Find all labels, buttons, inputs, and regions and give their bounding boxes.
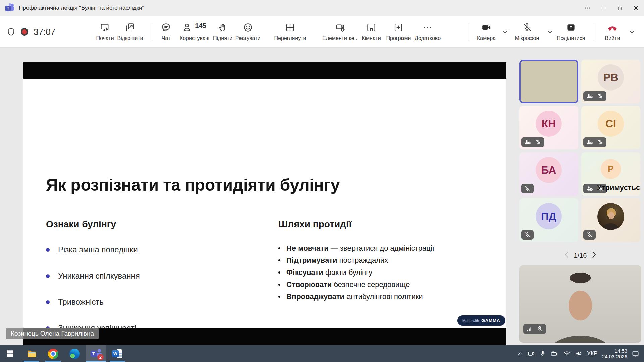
pager-label: 1/16 (574, 252, 587, 259)
window-title: Профілактична лекція "Булінг та його нас… (19, 5, 144, 11)
speaker-video-placeholder (521, 61, 577, 102)
participant-tile[interactable]: СІ ? (581, 106, 640, 149)
taskbar-explorer-button[interactable] (21, 345, 42, 362)
react-button[interactable]: Реагувати (229, 22, 266, 41)
react-smiley-icon (243, 22, 253, 33)
tray-notification-button[interactable] (632, 350, 639, 357)
share-button[interactable]: Поділитися (552, 22, 589, 41)
running-indicator (24, 361, 39, 362)
taskbar-word-button[interactable]: W (107, 345, 127, 362)
participant-tile[interactable]: КН ! (519, 106, 578, 149)
mic-options-chevron[interactable] (547, 29, 553, 35)
chevron-left-icon (564, 251, 569, 258)
participants-panel: РВ ? КН ! СІ ? (517, 48, 644, 345)
battery-icon (550, 350, 558, 357)
meeting-timer: 37:07 (34, 27, 55, 37)
svg-text:?: ? (590, 188, 592, 191)
raise-hand-icon (218, 22, 227, 33)
more-options-button[interactable]: Додатково (409, 22, 446, 41)
mic-off-icon (537, 326, 543, 332)
title-bar: T Профілактична лекція "Булінг та його н… (0, 0, 644, 16)
leave-button[interactable]: Вийти (594, 22, 631, 41)
taskbar-teams-button[interactable]: T 2 (86, 345, 106, 362)
taskbar-chrome-button[interactable] (43, 345, 63, 362)
view-button[interactable]: Переглянути (272, 22, 309, 41)
notification-badge: 2 (97, 354, 104, 360)
pager-prev-button[interactable] (564, 251, 569, 259)
participant-tile-active-speaker[interactable] (519, 60, 578, 103)
window-more-button[interactable] (580, 0, 596, 16)
participant-tile[interactable]: РВ ? (581, 60, 640, 103)
clock[interactable]: 14:53 24.03.2026 (602, 348, 627, 359)
avatar: СІ (598, 111, 624, 137)
windows-logo-icon (6, 349, 14, 358)
shield-icon (7, 27, 15, 36)
pager-next-button[interactable] (592, 251, 596, 259)
participant-tile[interactable]: БА (519, 152, 578, 196)
system-tray: УКР 14:53 24.03.2026 (517, 348, 644, 359)
avatar-photo (597, 203, 624, 230)
status-pill (521, 184, 534, 193)
list-item: Не мовчати — звертатися до адміністрації (278, 244, 434, 253)
counteraction-list: Не мовчати — звертатися до адміністрації… (278, 244, 434, 304)
unpin-icon (125, 22, 135, 33)
tray-battery-button[interactable] (550, 350, 558, 357)
status-pill (583, 230, 596, 240)
svg-text:?: ? (590, 95, 592, 98)
slide-title: Як розпізнати та протидіяти булінгу (46, 175, 340, 195)
list-item: Впроваджувати антибулінгові політики (278, 292, 434, 301)
camera-on-icon (481, 22, 491, 33)
hand-status-question-icon: ? (586, 139, 593, 145)
close-button[interactable] (628, 0, 644, 16)
language-indicator[interactable]: УКР (587, 351, 598, 357)
levels-icon (526, 326, 533, 332)
mic-off-icon (586, 232, 593, 238)
hand-status-exclaim-icon: ! (524, 139, 531, 145)
mic-off-icon (597, 93, 603, 99)
shared-content: Як розпізнати та протидіяти булінгу Озна… (23, 48, 506, 345)
avatar: КН (536, 111, 562, 137)
participant-tile[interactable]: Р ? Утримується (581, 152, 640, 196)
tray-camera-button[interactable] (528, 350, 535, 357)
restore-button[interactable] (612, 0, 628, 16)
bullet-dot (278, 259, 280, 261)
share-screen-icon (566, 22, 576, 33)
right-column-heading: Шляхи протидії (278, 219, 352, 230)
gamma-badge[interactable]: Made with GAMMA (457, 315, 505, 326)
svg-text:?: ? (590, 141, 592, 144)
letterbox-top (23, 62, 506, 79)
participant-video-large[interactable] (519, 265, 641, 343)
participants-icon: 145 (183, 22, 206, 33)
avatar: БА (536, 157, 562, 183)
bullet-dot (278, 284, 280, 286)
rooms-icon (366, 22, 376, 33)
tray-volume-button[interactable] (575, 350, 583, 357)
camera-button[interactable]: Камера (468, 22, 505, 41)
leave-options-chevron[interactable] (629, 29, 635, 35)
chevron-right-icon (592, 251, 596, 258)
list-item: Тривожність (46, 297, 176, 307)
taskbar-edge-button[interactable] (64, 345, 85, 362)
presenter-name-label: Козинець Олена Гаврилівна (6, 328, 99, 339)
tray-expand-button[interactable] (517, 351, 523, 357)
toolbar-divider (593, 23, 593, 41)
ellipsis-icon (423, 22, 432, 33)
unpin-button[interactable]: Відкріпити (112, 22, 149, 41)
camera-options-chevron[interactable] (502, 29, 508, 35)
minimize-button[interactable] (596, 0, 612, 16)
start-button[interactable] (0, 345, 20, 362)
participants-pager: 1/16 (517, 251, 644, 259)
microphone-button[interactable]: Мікрофон (508, 22, 545, 41)
tray-wifi-button[interactable] (563, 350, 571, 357)
avatar: Р (601, 159, 621, 179)
presentation-slide: Як розпізнати та протидіяти булінгу Озна… (23, 79, 506, 328)
file-explorer-icon (26, 349, 37, 359)
bullet-dot (46, 248, 50, 252)
teams-logo-icon: T (5, 4, 14, 12)
tray-mic-button[interactable] (539, 350, 546, 357)
action-center-icon (632, 350, 639, 357)
status-pill (521, 230, 534, 240)
running-indicator (110, 361, 125, 362)
participant-tile[interactable] (581, 198, 640, 242)
participant-tile[interactable]: ПД (519, 198, 578, 242)
